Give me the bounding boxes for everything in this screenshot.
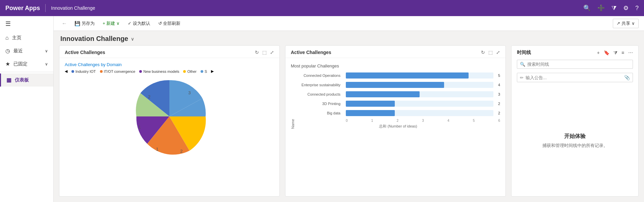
bar-row-2: Connected products 3 <box>296 91 500 97</box>
timeline-edit-icon: ✏ <box>520 75 524 80</box>
y-axis-label: Name <box>291 72 295 129</box>
pie-label-3: 3 <box>188 90 191 95</box>
legend-item-4: S <box>201 69 207 73</box>
timeline-announce-box[interactable]: ✏ 📎 <box>517 73 633 82</box>
back-button[interactable]: ← <box>59 19 70 28</box>
legend-label-2: New business models <box>143 69 179 73</box>
current-app-label: Innovation Challenge <box>51 5 95 11</box>
bar-row-3: 3D Printing 2 <box>296 101 500 107</box>
sidebar-item-dashboard[interactable]: ▦ 仪表板 <box>0 73 53 87</box>
legend-item-2: New business models <box>139 69 179 73</box>
share-label: 共享 <box>622 20 630 27</box>
set-default-button[interactable]: ✓ 设为默认 <box>124 19 154 28</box>
card2-title: Active Challenges <box>291 50 331 55</box>
legend-dot-4 <box>201 70 203 73</box>
sidebar: ☰ ⌂ 主页 ◷ 最近 ∨ ★ 已固定 ∨ ▦ 仪表板 <box>0 16 54 202</box>
sidebar-item-recent[interactable]: ◷ 最近 ∨ <box>0 44 53 57</box>
nav-divider <box>45 4 46 12</box>
pie-label-1b: 1 <box>156 147 158 152</box>
sidebar-item-home-label: 主页 <box>12 35 21 41</box>
timeline-bookmark-icon[interactable]: 🔖 <box>604 50 609 56</box>
bar-label-2: Connected products <box>296 92 343 96</box>
timeline-list-icon[interactable]: ≡ <box>622 50 624 56</box>
timeline-attach-icon[interactable]: 📎 <box>624 75 630 80</box>
timeline-more-icon[interactable]: ⋯ <box>628 50 633 56</box>
legend-dot-1 <box>100 70 103 73</box>
legend-dot-3 <box>183 70 186 73</box>
active-challenges-pie-card: Active Challenges ↻ ⬚ ⤢ Active Challenge… <box>59 45 280 197</box>
share-icon: ↗ <box>616 21 620 26</box>
bar-track-2 <box>346 91 493 97</box>
bar-value-2: 3 <box>498 92 500 96</box>
filter-icon[interactable]: ⧩ <box>611 5 616 12</box>
share-chevron-icon: ∨ <box>632 21 635 26</box>
refresh-button[interactable]: ↺ 全部刷新 <box>155 19 184 28</box>
search-icon[interactable]: 🔍 <box>583 4 591 12</box>
bar-fill-4 <box>346 110 395 116</box>
bar-track-0 <box>346 72 493 79</box>
card2-actions: ↻ ⬚ ⤢ <box>481 50 500 55</box>
share-button[interactable]: ↗ 共享 ∨ <box>613 19 639 28</box>
timeline-empty-title: 开始体验 <box>564 133 586 140</box>
bar-label-4: Big data <box>296 111 343 115</box>
toolbar: ← 💾 另存为 + 新建 ∨ ✓ 设为默认 ↺ 全部刷新 ↗ <box>54 16 644 31</box>
sidebar-item-pinned[interactable]: ★ 已固定 ∨ <box>0 57 53 70</box>
top-nav: Power Apps Innovation Challenge 🔍 ➕ ⧩ ⚙ … <box>0 0 644 16</box>
new-chevron-icon: ∨ <box>116 21 120 26</box>
x-tick-1: 1 <box>371 119 373 122</box>
save-as-button[interactable]: 💾 另存为 <box>71 19 98 28</box>
bar-value-3: 2 <box>498 102 500 106</box>
page-title: Innovation Challenge <box>60 35 128 43</box>
cards-container: Active Challenges ↻ ⬚ ⤢ Active Challenge… <box>54 45 644 202</box>
card1-expand-icon[interactable]: ⤢ <box>270 50 274 55</box>
legend-dot-0 <box>71 70 74 73</box>
timeline-search-input[interactable] <box>527 62 630 67</box>
pie-chart-svg: 3 2 1 1 2 <box>129 76 210 157</box>
card1-actions: ↻ ⬚ ⤢ <box>255 50 274 55</box>
card1-export-icon[interactable]: ⬚ <box>262 50 267 55</box>
legend-nav-left[interactable]: ◀ <box>65 69 67 73</box>
bar-fill-1 <box>346 82 444 88</box>
chart2-subtitle: Most popular Challenges <box>291 63 500 68</box>
card2-refresh-icon[interactable]: ↻ <box>481 50 485 55</box>
card1-body: Active Challenges by Domain ◀ Industry I… <box>59 58 279 196</box>
pie-label-2b: 2 <box>180 149 182 154</box>
sidebar-item-home[interactable]: ⌂ 主页 <box>0 32 53 44</box>
bar-row-1: Enterprise sustainability 4 <box>296 82 500 88</box>
timeline-empty-state: 开始体验 捕获和管理时间线中的所有记录。 <box>512 85 638 196</box>
timeline-announce-input[interactable] <box>526 75 622 80</box>
sidebar-item-dashboard-label: 仪表板 <box>15 77 29 83</box>
legend-label-3: Other <box>187 69 197 73</box>
legend-nav-right[interactable]: ▶ <box>211 69 214 73</box>
bar-label-1: Enterprise sustainability <box>296 83 343 87</box>
bar-fill-3 <box>346 101 395 107</box>
home-icon: ⌂ <box>5 35 9 41</box>
card2-export-icon[interactable]: ⬚ <box>488 50 493 55</box>
card2-expand-icon[interactable]: ⤢ <box>496 50 500 55</box>
timeline-search-icon: 🔍 <box>520 62 525 67</box>
bar-fill-2 <box>346 91 420 97</box>
chart1-subtitle: Active Challenges by Domain <box>65 62 274 67</box>
pinned-icon: ★ <box>5 61 10 67</box>
bar-track-4 <box>346 110 493 116</box>
menu-icon[interactable]: ☰ <box>0 16 53 32</box>
timeline-add-icon[interactable]: + <box>597 50 600 56</box>
timeline-filter-icon[interactable]: ⧩ <box>613 50 618 56</box>
new-button[interactable]: + 新建 ∨ <box>99 19 123 28</box>
help-icon[interactable]: ? <box>635 5 639 12</box>
pie-chart-container: 3 2 1 1 2 <box>65 76 274 157</box>
save-as-icon: 💾 <box>74 21 80 26</box>
settings-icon[interactable]: ⚙ <box>623 4 629 12</box>
card2-body: Most popular Challenges Name Connected O… <box>285 58 505 196</box>
x-tick-6: 6 <box>498 119 500 122</box>
card1-refresh-icon[interactable]: ↻ <box>255 50 259 55</box>
timeline-search-box[interactable]: 🔍 <box>517 60 633 69</box>
bar-rows: Connected Operations 5 Enterprise sustai… <box>296 72 500 116</box>
page-title-chevron-icon[interactable]: ∨ <box>131 36 134 42</box>
page-header: Innovation Challenge ∨ <box>54 31 644 45</box>
bar-row-4: Big data 2 <box>296 110 500 116</box>
add-icon[interactable]: ➕ <box>597 4 605 12</box>
dashboard-icon: ▦ <box>6 77 11 83</box>
save-as-label: 另存为 <box>82 20 95 27</box>
legend-item-0: Industry IOT <box>71 69 96 73</box>
